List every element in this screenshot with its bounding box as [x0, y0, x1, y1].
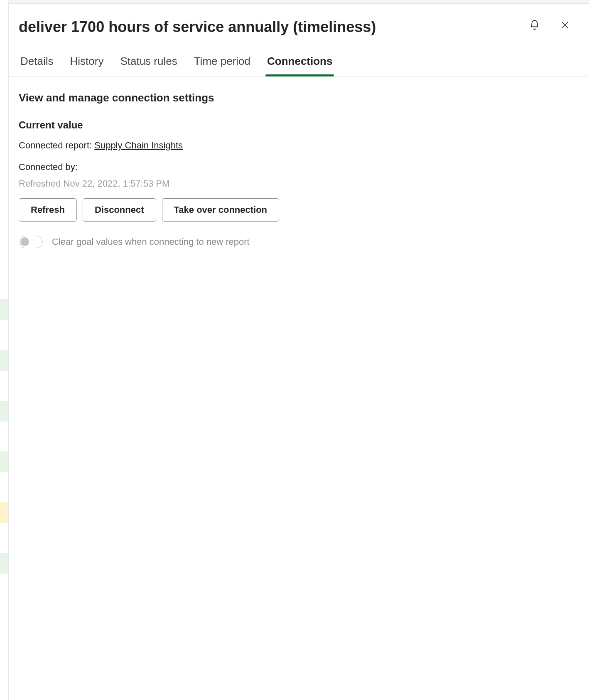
connection-actions: Refresh Disconnect Take over connection: [19, 198, 579, 222]
close-button[interactable]: [557, 17, 572, 34]
close-icon: [560, 20, 570, 31]
bell-icon: [529, 20, 540, 32]
connected-report-label: Connected report:: [19, 140, 94, 150]
notifications-button[interactable]: [527, 17, 542, 34]
toggle-knob: [20, 237, 29, 246]
tab-details[interactable]: Details: [19, 55, 55, 76]
section-title: View and manage connection settings: [19, 91, 579, 104]
take-over-connection-button[interactable]: Take over connection: [162, 198, 280, 222]
disconnect-button[interactable]: Disconnect: [83, 198, 156, 222]
clear-goal-toggle-label: Clear goal values when connecting to new…: [52, 237, 250, 247]
connected-report-line: Connected report: Supply Chain Insights: [19, 140, 579, 151]
current-value-heading: Current value: [19, 119, 579, 131]
tab-content: View and manage connection settings Curr…: [9, 76, 589, 263]
tab-connections[interactable]: Connections: [265, 55, 334, 76]
tab-time-period[interactable]: Time period: [192, 55, 252, 76]
background-list-strip: [0, 0, 8, 700]
refreshed-timestamp: Refreshed Nov 22, 2022, 1:57:53 PM: [19, 178, 579, 189]
refresh-button[interactable]: Refresh: [19, 198, 77, 222]
clear-goal-toggle[interactable]: [19, 236, 43, 248]
goal-details-panel: deliver 1700 hours of service annually (…: [8, 3, 589, 700]
connected-report-link[interactable]: Supply Chain Insights: [94, 140, 183, 150]
tab-history[interactable]: History: [68, 55, 105, 76]
header-actions: [527, 17, 572, 34]
tab-bar: Details History Status rules Time period…: [9, 36, 589, 76]
goal-title: deliver 1700 hours of service annually (…: [19, 18, 527, 36]
tab-status-rules[interactable]: Status rules: [118, 55, 179, 76]
panel-header: deliver 1700 hours of service annually (…: [9, 4, 589, 36]
clear-goal-toggle-row: Clear goal values when connecting to new…: [19, 236, 579, 248]
connected-by-label: Connected by:: [19, 162, 579, 173]
